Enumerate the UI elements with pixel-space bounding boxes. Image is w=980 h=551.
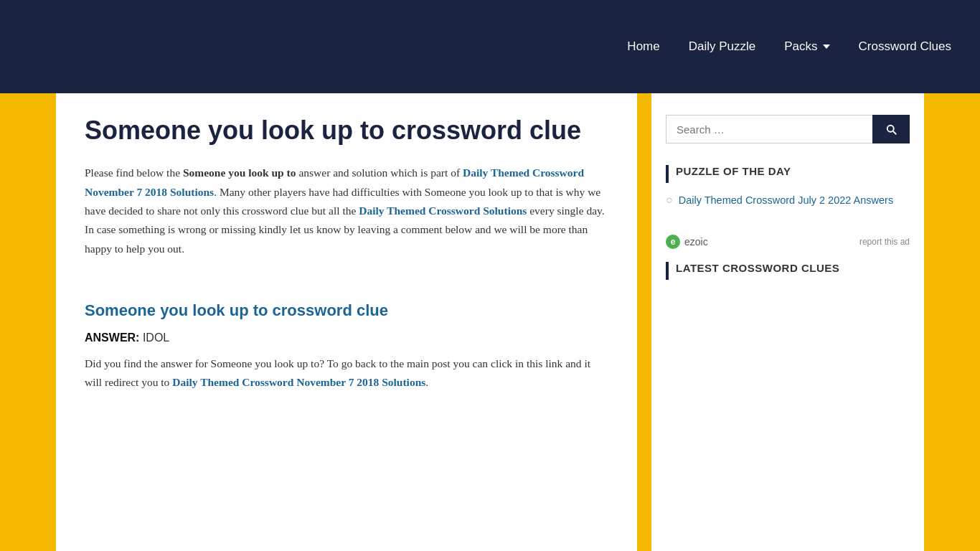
left-pad: [24, 93, 56, 551]
intro-text-before: Please find below the: [85, 166, 183, 179]
nav-packs[interactable]: Packs: [784, 39, 829, 54]
ezoic-text: ezoic: [684, 236, 708, 248]
sidebar: PUZZLE OF THE DAY ○ Daily Themed Crosswo…: [651, 93, 924, 551]
ezoic-logo: e ezoic: [666, 235, 708, 249]
search-button[interactable]: [872, 115, 910, 143]
puzzle-of-day-title: PUZZLE OF THE DAY: [666, 165, 910, 183]
right-pad: [924, 93, 956, 551]
page-wrapper: Someone you look up to crossword clue Pl…: [0, 93, 980, 551]
clue-section-link[interactable]: Someone you look up to crossword clue: [85, 301, 388, 320]
followup-link[interactable]: Daily Themed Crossword November 7 2018 S…: [172, 376, 425, 388]
nav-home[interactable]: Home: [627, 39, 659, 54]
puzzle-of-day-widget: PUZZLE OF THE DAY ○ Daily Themed Crosswo…: [666, 165, 910, 209]
page-title: Someone you look up to crossword clue: [85, 115, 608, 146]
answer-line: ANSWER: IDOL: [85, 331, 608, 344]
nav-packs-label: Packs: [784, 39, 817, 54]
followup-text-end: .: [425, 376, 428, 388]
ezoic-ad-bar: e ezoic report this ad: [666, 229, 910, 255]
nav-daily-puzzle[interactable]: Daily Puzzle: [689, 39, 756, 54]
site-nav: Home Daily Puzzle Packs Crossword Clues: [627, 39, 951, 54]
content-area: Someone you look up to crossword clue Pl…: [24, 93, 956, 551]
puzzle-of-day-link[interactable]: Daily Themed Crossword July 2 2022 Answe…: [679, 193, 894, 209]
answer-label: ANSWER:: [85, 331, 139, 344]
chevron-down-icon: [823, 44, 830, 49]
main-content: Someone you look up to crossword clue Pl…: [56, 93, 637, 551]
answer-value: IDOL: [143, 331, 169, 344]
intro-bold: Someone you look up to: [183, 166, 296, 179]
spacer: [85, 280, 608, 301]
site-header: Home Daily Puzzle Packs Crossword Clues: [0, 0, 980, 93]
intro-link2[interactable]: Daily Themed Crossword Solutions: [359, 204, 527, 217]
ezoic-icon: e: [666, 235, 680, 249]
intro-paragraph: Please find below the Someone you look u…: [85, 164, 608, 258]
report-ad-text[interactable]: report this ad: [859, 237, 910, 247]
latest-clues-title: LATEST CROSSWORD CLUES: [666, 262, 910, 280]
search-icon: [885, 123, 897, 136]
puzzle-link-item: ○ Daily Themed Crossword July 2 2022 Ans…: [666, 193, 910, 209]
latest-clues-widget: LATEST CROSSWORD CLUES: [666, 262, 910, 280]
search-input[interactable]: [666, 115, 872, 143]
followup-paragraph: Did you find the answer for Someone you …: [85, 354, 608, 392]
search-form: [666, 115, 910, 143]
puzzle-bullet-icon: ○: [666, 194, 673, 207]
nav-crossword-clues[interactable]: Crossword Clues: [859, 39, 951, 54]
intro-text-after-bold: answer and solution which is part of: [296, 166, 463, 179]
